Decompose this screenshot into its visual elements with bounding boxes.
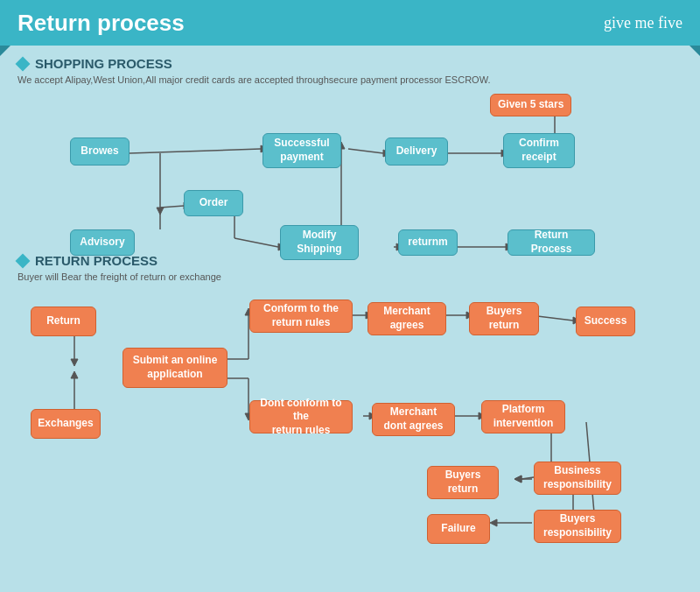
return-flow: Return Submit an online application Conf… <box>18 291 682 540</box>
svg-marker-54 <box>490 519 497 526</box>
returnrm-box: returnm <box>398 229 458 256</box>
svg-marker-31 <box>71 371 78 378</box>
modifyship-box: Modify Shipping <box>280 225 359 260</box>
confirmreceipt-box: Confirm receipt <box>503 133 575 168</box>
returnprocess-box: Return Process <box>508 229 595 256</box>
delivery-box: Delivery <box>385 137 448 166</box>
shopping-flow: Given 5 stars Browes Successful payment … <box>18 94 682 251</box>
success-box: Success <box>576 307 635 336</box>
buyersreturn1-box: Buyers return <box>469 302 539 335</box>
svg-line-0 <box>130 149 261 153</box>
successpay-box: Successful payment <box>262 133 341 168</box>
merchantagrees-box: Merchant agrees <box>368 302 446 335</box>
merchantdont-box: Merchant dont agrees <box>372 403 455 436</box>
submit-box: Submit an online application <box>122 348 228 388</box>
logo-text: give me five <box>604 14 682 32</box>
svg-line-14 <box>160 206 184 208</box>
shopping-section-title: SHOPPING PROCESS <box>18 56 682 71</box>
svg-marker-46 <box>514 476 522 483</box>
page-title: Return process <box>18 10 185 37</box>
ribbon-left <box>0 46 10 56</box>
buyersreturn2-box: Buyers return <box>427 466 499 499</box>
return-box: Return <box>31 307 96 336</box>
dontconform-box: Dont conform to the return rules <box>249 400 353 433</box>
given5-box: Given 5 stars <box>490 94 571 116</box>
svg-marker-23 <box>71 359 78 366</box>
browes-box: Browes <box>70 137 130 166</box>
diamond-icon <box>16 56 31 71</box>
shopping-description: We accept Alipay,West Union,All major cr… <box>18 74 682 85</box>
order-box: Order <box>184 190 243 216</box>
exchanges-box: Exchanges <box>31 409 101 439</box>
svg-line-11 <box>234 238 278 247</box>
advisory-box: Advisory <box>70 229 135 256</box>
diamond-icon-2 <box>16 253 31 268</box>
svg-marker-44 <box>514 476 522 483</box>
header: Return process give me five <box>0 0 700 46</box>
svg-marker-3 <box>157 208 164 215</box>
return-description: Buyer will Bear the freight of return or… <box>18 271 682 282</box>
ribbon-right <box>690 46 700 56</box>
buyersresponsibility-box: Buyers responsibility <box>534 510 621 543</box>
svg-line-4 <box>348 149 383 153</box>
conform-box: Conform to the return rules <box>249 300 353 333</box>
bizresponsibility-box: Business responsibility <box>534 462 621 495</box>
platformint-box: Platform intervention <box>481 400 565 433</box>
failure-box: Failure <box>427 514 490 544</box>
main-content: SHOPPING PROCESS We accept Alipay,West U… <box>0 46 700 551</box>
